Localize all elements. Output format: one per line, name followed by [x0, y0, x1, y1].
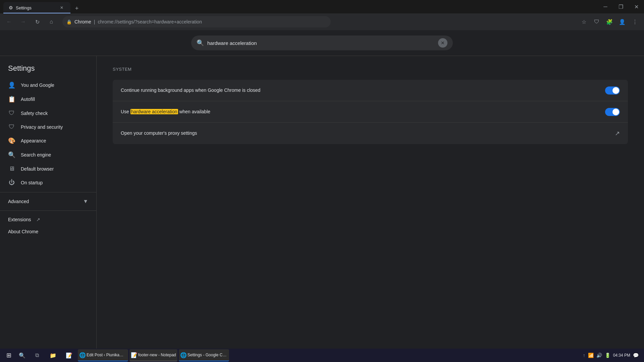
toggle-thumb [612, 87, 619, 94]
notepad-label: footer-new - Notepad [138, 353, 176, 357]
background-apps-text: Continue running background apps when Go… [121, 87, 605, 94]
upload-icon: ↑ [583, 353, 585, 358]
search-clear-button[interactable]: ✕ [438, 38, 447, 48]
background-apps-row: Continue running background apps when Go… [113, 80, 628, 101]
hardware-acceleration-row: Use hardware acceleration when available [113, 101, 628, 123]
taskbar-task-view[interactable]: ⧉ [30, 349, 44, 361]
back-button[interactable]: ← [3, 16, 15, 27]
address-bar[interactable]: 🔒 Chrome | chrome://settings/?search=har… [62, 16, 331, 27]
avatar-button[interactable]: 👤 [616, 16, 628, 27]
sidebar-label: Autofill [21, 97, 35, 102]
safety-icon: 🛡 [8, 110, 15, 117]
about-chrome-label: About Chrome [8, 229, 38, 234]
menu-button[interactable]: ⋮ [629, 16, 641, 27]
title-bar: ⚙ Settings ✕ + ─ ❐ ✕ [0, 0, 644, 13]
close-button[interactable]: ✕ [629, 0, 644, 13]
settings-title: Settings [0, 61, 96, 78]
text-after: when available [178, 109, 211, 114]
sidebar-item-autofill[interactable]: 📋 Autofill [0, 92, 91, 106]
appearance-icon: 🎨 [8, 137, 15, 144]
sidebar-item-privacy-security[interactable]: 🛡 Privacy and security [0, 120, 91, 134]
advanced-section[interactable]: Advanced ▼ [0, 195, 96, 208]
sidebar-item-you-and-google[interactable]: 👤 You and Google [0, 78, 91, 92]
address-brand: Chrome [74, 19, 91, 24]
proxy-settings-text: Open your computer's proxy settings [121, 130, 615, 137]
edit-post-label: Edit Post ‹ PiunikaWe... [87, 353, 127, 357]
extensions-label: Extensions [8, 217, 31, 222]
chrome-icon: 🌐 [180, 352, 187, 358]
sidebar-item-default-browser[interactable]: 🖥 Default browser [0, 162, 91, 176]
search-icon: 🔍 [197, 39, 204, 47]
content-area: System Continue running background apps … [97, 56, 644, 362]
edit-post-icon: 🌐 [79, 352, 86, 358]
taskbar-search-button[interactable]: 🔍 [16, 349, 28, 361]
chrome-label: Settings - Google Chr... [187, 353, 228, 357]
nav-bar: ← → ↻ ⌂ 🔒 Chrome | chrome://settings/?se… [0, 13, 644, 30]
proxy-external-link-icon[interactable]: ↗ [615, 130, 620, 137]
tab-area: ⚙ Settings ✕ + [0, 0, 82, 13]
sidebar-label: On startup [21, 180, 43, 185]
person-icon: 👤 [8, 81, 15, 89]
taskbar: ⊞ 🔍 ⧉ 📁 📝 🌐 Edit Post ‹ PiunikaWe... 📝 f… [0, 349, 644, 362]
sidebar-label: Search engine [21, 152, 51, 158]
sidebar-item-appearance[interactable]: 🎨 Appearance [0, 134, 91, 148]
refresh-button[interactable]: ↻ [32, 16, 43, 27]
search-input[interactable] [207, 40, 435, 46]
extensions-button[interactable]: 🧩 [604, 16, 615, 27]
taskbar-time[interactable]: 04:34 PM [613, 353, 630, 358]
bookmark-button[interactable]: ☆ [578, 16, 590, 27]
address-separator: | [94, 19, 95, 24]
highlighted-term: hardware acceleration [130, 109, 178, 114]
sidebar-divider [0, 192, 96, 192]
window-controls: ─ ❐ ✕ [598, 0, 644, 13]
start-button[interactable]: ⊞ [3, 349, 15, 361]
sidebar: Settings 👤 You and Google 📋 Autofill 🛡 S… [0, 56, 97, 362]
settings-tab[interactable]: ⚙ Settings ✕ [3, 2, 70, 13]
external-link-icon: ↗ [36, 217, 40, 222]
wifi-icon: 📶 [588, 353, 594, 358]
about-chrome-item[interactable]: About Chrome [0, 226, 96, 238]
extensions-item[interactable]: Extensions ↗ [0, 214, 96, 226]
home-button[interactable]: ⌂ [46, 16, 57, 27]
advanced-chevron-icon: ▼ [83, 198, 88, 204]
new-tab-button[interactable]: + [72, 3, 82, 13]
background-apps-toggle[interactable] [605, 86, 620, 95]
taskbar-right: ↑ 📶 🔊 🔋 04:34 PM 💬 [583, 353, 641, 358]
hardware-acceleration-text: Use hardware acceleration when available [121, 109, 605, 115]
taskbar-notepad[interactable]: 📝 [62, 349, 76, 361]
sidebar-label: Privacy and security [21, 124, 63, 130]
search-bar: 🔍 ✕ [191, 36, 453, 50]
shield-button[interactable]: 🛡 [591, 16, 602, 27]
toggle-thumb [612, 109, 619, 115]
sidebar-divider-2 [0, 210, 96, 211]
minimize-button[interactable]: ─ [598, 0, 613, 13]
settings-card: Continue running background apps when Go… [113, 80, 628, 144]
taskbar-running-chrome[interactable]: 🌐 Settings - Google Chr... [179, 349, 229, 361]
sidebar-item-on-startup[interactable]: ⏻ On startup [0, 176, 91, 189]
tab-title: Settings [16, 5, 56, 10]
startup-icon: ⏻ [8, 179, 15, 186]
hardware-acceleration-toggle[interactable] [605, 108, 620, 116]
active-tab-indicator [3, 13, 70, 13]
main-layout: Settings 👤 You and Google 📋 Autofill 🛡 S… [0, 56, 644, 362]
notification-icon[interactable]: 💬 [633, 353, 639, 358]
sidebar-label: You and Google [21, 82, 54, 88]
taskbar-running-notepad[interactable]: 📝 footer-new - Notepad [129, 349, 177, 361]
taskbar-running-edit-post[interactable]: 🌐 Edit Post ‹ PiunikaWe... [78, 349, 128, 361]
section-title: System [113, 67, 628, 74]
notepad-icon: 📝 [131, 352, 138, 358]
sidebar-item-safety-check[interactable]: 🛡 Safety check [0, 106, 91, 120]
sidebar-item-search-engine[interactable]: 🔍 Search engine [0, 148, 91, 162]
address-path: chrome://settings/?search=hardware+accel… [98, 19, 202, 24]
tab-close-button[interactable]: ✕ [58, 4, 65, 11]
sidebar-label: Default browser [21, 166, 54, 172]
sidebar-label: Appearance [21, 138, 46, 143]
forward-button[interactable]: → [17, 16, 29, 27]
maximize-button[interactable]: ❐ [613, 0, 629, 13]
nav-right-icons: ☆ 🛡 🧩 👤 ⋮ [578, 16, 641, 27]
autofill-icon: 📋 [8, 96, 15, 103]
search-engine-icon: 🔍 [8, 151, 15, 159]
taskbar-file-explorer[interactable]: 📁 [46, 349, 60, 361]
battery-icon: 🔋 [605, 353, 610, 358]
volume-icon: 🔊 [596, 353, 602, 358]
